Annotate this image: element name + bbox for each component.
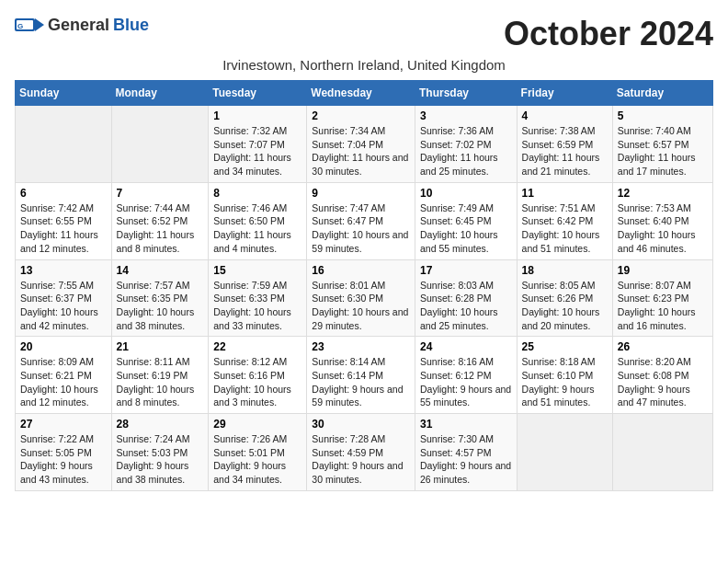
page-header: G GeneralBlue October 2024 [15,15,713,53]
calendar-cell: 18Sunrise: 8:05 AMSunset: 6:26 PMDayligh… [517,259,612,337]
day-number: 13 [20,264,107,277]
day-number: 4 [522,109,608,122]
day-info: Sunrise: 7:30 AMSunset: 4:57 PMDaylight:… [420,432,512,487]
calendar-cell: 4Sunrise: 7:38 AMSunset: 6:59 PMDaylight… [517,106,612,183]
day-number: 6 [20,187,107,200]
calendar-cell: 9Sunrise: 7:47 AMSunset: 6:47 PMDaylight… [307,182,415,259]
day-number: 26 [618,340,708,353]
day-number: 10 [420,187,512,200]
calendar-cell: 27Sunrise: 7:22 AMSunset: 5:05 PMDayligh… [16,414,112,491]
day-number: 22 [213,340,301,353]
day-number: 19 [618,264,708,277]
day-number: 17 [420,264,512,277]
calendar-cell: 26Sunrise: 8:20 AMSunset: 6:08 PMDayligh… [612,337,712,414]
month-title: October 2024 [504,15,713,53]
calendar-cell: 1Sunrise: 7:32 AMSunset: 7:07 PMDaylight… [209,106,307,183]
calendar-cell: 11Sunrise: 7:51 AMSunset: 6:42 PMDayligh… [517,182,612,259]
calendar-week-2: 6Sunrise: 7:42 AMSunset: 6:55 PMDaylight… [16,182,713,259]
calendar-cell: 23Sunrise: 8:14 AMSunset: 6:14 PMDayligh… [307,337,415,414]
day-info: Sunrise: 7:57 AMSunset: 6:35 PMDaylight:… [117,279,204,333]
day-info: Sunrise: 8:09 AMSunset: 6:21 PMDaylight:… [20,355,107,409]
day-number: 9 [312,187,410,200]
calendar-cell: 22Sunrise: 8:12 AMSunset: 6:16 PMDayligh… [209,337,307,414]
calendar-cell: 12Sunrise: 7:53 AMSunset: 6:40 PMDayligh… [612,182,712,259]
day-info: Sunrise: 8:16 AMSunset: 6:12 PMDaylight:… [420,355,512,409]
day-number: 25 [522,340,608,353]
day-number: 8 [213,187,301,200]
calendar-week-3: 13Sunrise: 7:55 AMSunset: 6:37 PMDayligh… [16,259,713,337]
day-header-friday: Friday [517,81,612,106]
day-info: Sunrise: 7:55 AMSunset: 6:37 PMDaylight:… [20,279,107,333]
calendar-cell: 5Sunrise: 7:40 AMSunset: 6:57 PMDaylight… [612,106,712,183]
day-info: Sunrise: 8:20 AMSunset: 6:08 PMDaylight:… [618,355,708,409]
day-number: 21 [117,340,204,353]
calendar-cell: 24Sunrise: 8:16 AMSunset: 6:12 PMDayligh… [415,337,517,414]
day-info: Sunrise: 7:32 AMSunset: 7:07 PMDaylight:… [213,124,301,178]
day-info: Sunrise: 7:34 AMSunset: 7:04 PMDaylight:… [312,124,410,178]
calendar-cell: 16Sunrise: 8:01 AMSunset: 6:30 PMDayligh… [307,259,415,337]
day-info: Sunrise: 8:12 AMSunset: 6:16 PMDaylight:… [213,355,301,409]
day-number: 20 [20,340,107,353]
day-info: Sunrise: 8:18 AMSunset: 6:10 PMDaylight:… [522,355,608,409]
calendar-cell: 31Sunrise: 7:30 AMSunset: 4:57 PMDayligh… [415,414,517,491]
day-number: 2 [312,109,410,122]
day-number: 15 [213,264,301,277]
day-number: 28 [117,418,204,431]
calendar-cell: 15Sunrise: 7:59 AMSunset: 6:33 PMDayligh… [209,259,307,337]
calendar-week-5: 27Sunrise: 7:22 AMSunset: 5:05 PMDayligh… [16,414,713,491]
calendar-header-row: SundayMondayTuesdayWednesdayThursdayFrid… [16,81,713,106]
day-info: Sunrise: 7:24 AMSunset: 5:03 PMDaylight:… [117,432,204,487]
day-header-monday: Monday [111,81,209,106]
logo-general-text: General [48,16,109,35]
day-header-wednesday: Wednesday [307,81,415,106]
day-number: 16 [312,264,410,277]
calendar-cell: 21Sunrise: 8:11 AMSunset: 6:19 PMDayligh… [111,337,209,414]
day-number: 3 [420,109,512,122]
day-number: 23 [312,340,410,353]
calendar-cell [612,414,712,491]
calendar-week-4: 20Sunrise: 8:09 AMSunset: 6:21 PMDayligh… [16,337,713,414]
day-info: Sunrise: 7:40 AMSunset: 6:57 PMDaylight:… [618,124,708,178]
day-number: 11 [522,187,608,200]
calendar-cell: 17Sunrise: 8:03 AMSunset: 6:28 PMDayligh… [415,259,517,337]
calendar-cell: 28Sunrise: 7:24 AMSunset: 5:03 PMDayligh… [111,414,209,491]
day-info: Sunrise: 7:22 AMSunset: 5:05 PMDaylight:… [20,432,107,487]
calendar-cell [111,106,209,183]
day-info: Sunrise: 8:05 AMSunset: 6:26 PMDaylight:… [522,279,608,333]
day-info: Sunrise: 7:49 AMSunset: 6:45 PMDaylight:… [420,201,512,256]
day-number: 12 [618,187,708,200]
day-info: Sunrise: 7:38 AMSunset: 6:59 PMDaylight:… [522,124,608,178]
calendar-cell [16,106,112,183]
calendar-week-1: 1Sunrise: 7:32 AMSunset: 7:07 PMDaylight… [16,106,713,183]
day-number: 29 [213,418,301,431]
calendar-cell: 3Sunrise: 7:36 AMSunset: 7:02 PMDaylight… [415,106,517,183]
day-info: Sunrise: 7:59 AMSunset: 6:33 PMDaylight:… [213,279,301,333]
day-number: 7 [117,187,204,200]
day-number: 30 [312,418,410,431]
day-info: Sunrise: 7:28 AMSunset: 4:59 PMDaylight:… [312,432,410,487]
day-info: Sunrise: 7:26 AMSunset: 5:01 PMDaylight:… [213,432,301,487]
calendar-cell: 6Sunrise: 7:42 AMSunset: 6:55 PMDaylight… [16,182,112,259]
day-info: Sunrise: 7:46 AMSunset: 6:50 PMDaylight:… [213,201,301,256]
day-number: 5 [618,109,708,122]
day-info: Sunrise: 7:42 AMSunset: 6:55 PMDaylight:… [20,201,107,256]
calendar-cell: 2Sunrise: 7:34 AMSunset: 7:04 PMDaylight… [307,106,415,183]
day-number: 31 [420,418,512,431]
day-number: 1 [213,109,301,122]
logo-icon: G [15,15,44,35]
calendar-cell: 25Sunrise: 8:18 AMSunset: 6:10 PMDayligh… [517,337,612,414]
calendar-cell: 20Sunrise: 8:09 AMSunset: 6:21 PMDayligh… [16,337,112,414]
calendar-cell: 7Sunrise: 7:44 AMSunset: 6:52 PMDaylight… [111,182,209,259]
day-header-tuesday: Tuesday [209,81,307,106]
page-subtitle: Irvinestown, Northern Ireland, United Ki… [15,57,713,73]
day-number: 24 [420,340,512,353]
calendar-cell: 10Sunrise: 7:49 AMSunset: 6:45 PMDayligh… [415,182,517,259]
calendar-cell: 19Sunrise: 8:07 AMSunset: 6:23 PMDayligh… [612,259,712,337]
day-info: Sunrise: 8:11 AMSunset: 6:19 PMDaylight:… [117,355,204,409]
calendar-cell: 8Sunrise: 7:46 AMSunset: 6:50 PMDaylight… [209,182,307,259]
calendar-cell: 13Sunrise: 7:55 AMSunset: 6:37 PMDayligh… [16,259,112,337]
day-info: Sunrise: 8:07 AMSunset: 6:23 PMDaylight:… [618,279,708,333]
day-info: Sunrise: 7:36 AMSunset: 7:02 PMDaylight:… [420,124,512,178]
day-info: Sunrise: 8:01 AMSunset: 6:30 PMDaylight:… [312,279,410,333]
logo-blue-text: Blue [113,16,149,35]
